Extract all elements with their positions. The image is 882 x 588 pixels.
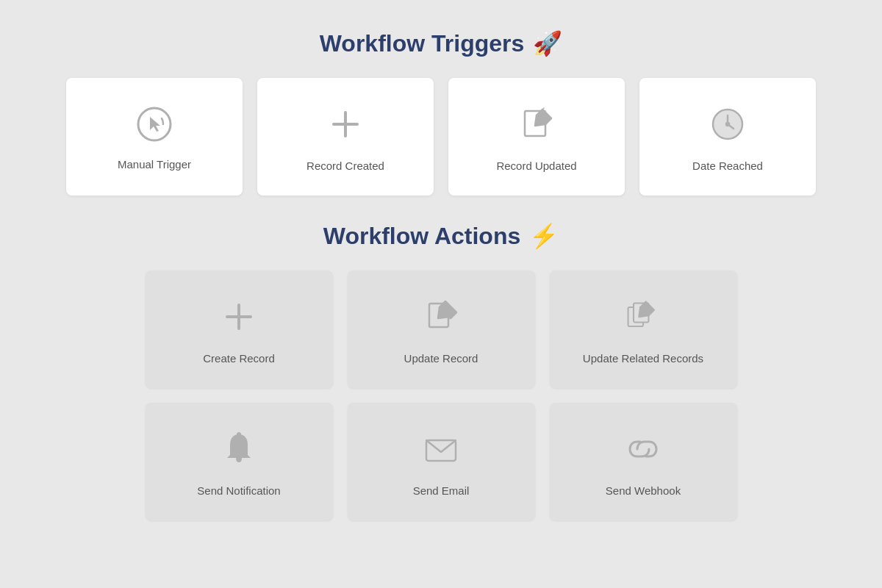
triggers-row: Manual Trigger Record Created Record Upd…	[66, 78, 816, 196]
edit-icon	[514, 102, 559, 146]
email-icon	[419, 427, 463, 471]
plus-icon	[323, 102, 368, 146]
trigger-card-manual-trigger[interactable]: Manual Trigger	[66, 78, 243, 196]
action-card-update-related-records[interactable]: Update Related Records	[550, 270, 737, 388]
actions-emoji: ⚡	[529, 222, 559, 250]
actions-row-1: Create Record Update Record Update Relat…	[146, 270, 737, 388]
action-card-send-email[interactable]: Send Email	[348, 403, 535, 520]
create-record-icon	[217, 295, 261, 339]
actions-section-title: Workflow Actions ⚡	[323, 222, 559, 250]
trigger-card-manual-trigger-label: Manual Trigger	[118, 158, 191, 171]
svg-point-8	[726, 123, 729, 126]
triggers-section-title: Workflow Triggers 🚀	[320, 29, 563, 57]
bell-icon	[217, 427, 261, 471]
action-card-update-record-label: Update Record	[404, 352, 478, 365]
action-card-send-webhook[interactable]: Send Webhook	[550, 403, 737, 520]
action-card-update-related-records-label: Update Related Records	[583, 352, 703, 365]
action-card-send-webhook-label: Send Webhook	[606, 484, 681, 497]
action-card-create-record[interactable]: Create Record	[146, 270, 333, 388]
action-card-send-notification[interactable]: Send Notification	[146, 403, 333, 520]
action-card-send-notification-label: Send Notification	[197, 484, 280, 497]
update-related-records-icon	[621, 295, 665, 339]
triggers-emoji: 🚀	[533, 29, 562, 57]
trigger-card-record-updated[interactable]: Record Updated	[448, 78, 625, 196]
trigger-card-record-created[interactable]: Record Created	[257, 78, 434, 196]
svg-point-14	[237, 432, 241, 437]
manual-trigger-icon	[134, 104, 175, 145]
trigger-card-record-created-label: Record Created	[306, 159, 384, 172]
webhook-icon	[621, 427, 665, 471]
actions-row-2: Send Notification Send Email Send Webhoo…	[146, 403, 737, 520]
action-card-create-record-label: Create Record	[203, 352, 275, 365]
action-card-send-email-label: Send Email	[413, 484, 470, 497]
clock-icon	[706, 102, 750, 146]
action-card-update-record[interactable]: Update Record	[348, 270, 535, 388]
trigger-card-date-reached[interactable]: Date Reached	[639, 78, 816, 196]
update-record-icon	[419, 295, 463, 339]
trigger-card-date-reached-label: Date Reached	[692, 159, 763, 172]
trigger-card-record-updated-label: Record Updated	[496, 159, 576, 172]
svg-line-4	[542, 108, 544, 110]
